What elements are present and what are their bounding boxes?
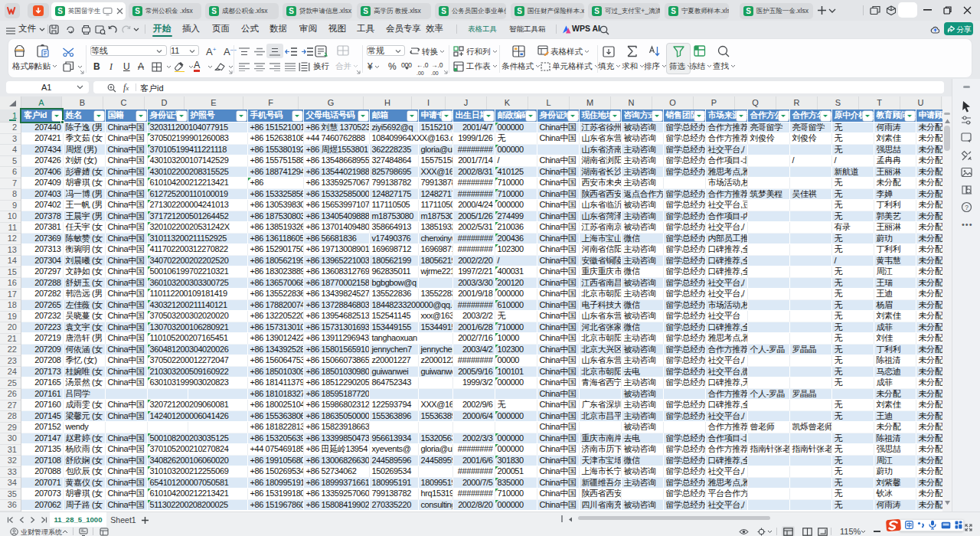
svg-text:?: ? [965, 204, 969, 211]
